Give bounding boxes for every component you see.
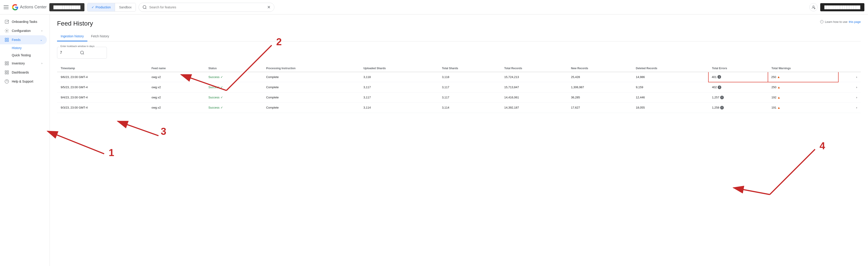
col-header-total-records: Total Records <box>501 64 567 72</box>
lookback-label: Enter lookback window in days <box>60 45 95 47</box>
sidebar-subitem-quick-testing[interactable]: Quick Testing <box>12 52 47 59</box>
main-layout: Onboarding Tasks Configuration › Feeds ⌄ <box>0 14 868 266</box>
account-selector-button[interactable]: ████████████ <box>49 3 85 11</box>
learn-link-container: Learn how to use this page <box>820 20 861 24</box>
cell-total-records: 15,724,213 <box>501 72 567 82</box>
cell-timestamp: 9/5/23, 23:00 GMT-4 <box>57 82 148 93</box>
search-bar: ✕ <box>138 3 274 12</box>
svg-rect-9 <box>7 40 9 42</box>
cell-total-records: 14,416,061 <box>501 92 567 102</box>
col-header-processing: Processing Instruction <box>262 64 360 72</box>
error-count: 401 i <box>712 75 721 79</box>
learn-link[interactable]: this page <box>849 20 861 24</box>
cell-status: Success ✓ <box>205 92 262 102</box>
cell-total-errors: 1,257 i <box>708 92 768 102</box>
sidebar-subitem-history[interactable]: History <box>12 44 47 52</box>
sidebar-item-help[interactable]: Help & Support <box>0 77 47 86</box>
help-icon <box>4 79 9 84</box>
svg-point-18 <box>5 79 9 84</box>
status-check-icon: ✓ <box>220 106 223 109</box>
sidebar-item-configuration[interactable]: Configuration › <box>0 26 47 35</box>
search-input[interactable] <box>149 5 265 9</box>
cell-total-shards: 3,118 <box>438 72 501 82</box>
cell-processing: Complete <box>262 82 360 93</box>
feed-history-table: Timestamp Feed name Status Processing In… <box>57 64 861 113</box>
table-row: 9/3/23, 23:00 GMT-4 owg.v2 Success ✓ Com… <box>57 102 861 113</box>
sidebar-item-onboarding[interactable]: Onboarding Tasks <box>0 17 47 26</box>
cell-row-arrow[interactable]: › <box>838 82 861 93</box>
sidebar-item-dashboards[interactable]: Dashboards <box>0 68 47 77</box>
svg-rect-6 <box>5 38 6 40</box>
cell-total-errors: 1,258 i <box>708 102 768 113</box>
table-row: 9/5/23, 23:00 GMT-4 owg.v2 Success ✓ Com… <box>57 82 861 93</box>
sidebar-item-inventory[interactable]: Inventory › <box>0 59 47 68</box>
error-info-icon[interactable]: i <box>718 86 721 89</box>
cell-feed-name: owg.v2 <box>148 102 205 113</box>
sidebar-item-feeds[interactable]: Feeds ⌄ <box>0 35 47 44</box>
cell-row-arrow[interactable]: › <box>838 102 861 113</box>
svg-rect-7 <box>7 38 9 40</box>
app-header: Actions Center ████████████ ✓ Production… <box>0 0 868 14</box>
feeds-expand-icon <box>4 38 9 42</box>
environment-tabs: ✓ Production Sandbox <box>87 3 136 11</box>
warning-triangle-icon[interactable]: ▲ <box>777 75 780 79</box>
page-title: Feed History <box>57 20 93 27</box>
cell-total-shards: 3,117 <box>438 92 501 102</box>
error-count: 402 i <box>712 86 721 89</box>
user-profile-button[interactable]: ████████████████ <box>820 3 864 11</box>
cell-total-records: 15,713,847 <box>501 82 567 93</box>
sidebar: Onboarding Tasks Configuration › Feeds ⌄ <box>0 14 50 266</box>
lookback-box: Enter lookback window in days <box>57 47 107 59</box>
menu-icon[interactable] <box>4 4 9 10</box>
svg-point-2 <box>813 6 814 7</box>
error-info-icon[interactable]: i <box>720 96 724 99</box>
clear-search-icon[interactable]: ✕ <box>267 5 271 10</box>
cell-total-warnings: 192 ▲ <box>768 92 838 102</box>
history-label: History <box>12 46 22 50</box>
col-header-status: Status <box>205 64 262 72</box>
cell-total-errors: 401 i <box>708 72 768 82</box>
svg-rect-14 <box>5 71 6 72</box>
warning-count: 192 ▲ <box>772 96 781 99</box>
cell-row-arrow[interactable]: › <box>838 72 861 82</box>
quick-testing-label: Quick Testing <box>12 54 31 57</box>
col-header-deleted-records: Deleted Records <box>632 64 708 72</box>
svg-rect-11 <box>7 62 9 63</box>
cell-row-arrow[interactable]: › <box>838 92 861 102</box>
onboarding-label: Onboarding Tasks <box>12 20 37 24</box>
error-info-icon[interactable]: i <box>720 106 724 109</box>
svg-point-0 <box>143 5 146 8</box>
cell-total-warnings: 250 ▲ <box>768 72 838 82</box>
dashboards-label: Dashboards <box>12 71 29 74</box>
col-header-new-records: New Records <box>567 64 632 72</box>
cell-status: Success ✓ <box>205 72 262 82</box>
warning-triangle-icon[interactable]: ▲ <box>777 86 780 89</box>
svg-point-23 <box>81 51 84 54</box>
tab-fetch-history[interactable]: Fetch history <box>87 32 113 41</box>
warning-triangle-icon[interactable]: ▲ <box>777 96 780 99</box>
tab-ingestion-history[interactable]: Ingestion history <box>57 32 87 41</box>
production-tab[interactable]: ✓ Production <box>87 3 115 11</box>
cell-total-errors: 402 i <box>708 82 768 93</box>
app-title: Actions Center <box>20 5 46 9</box>
main-content: Feed History Learn how to use this page … <box>50 14 868 266</box>
content-tabs: Ingestion history Fetch history <box>57 32 861 41</box>
cell-processing: Complete <box>262 72 360 82</box>
cell-deleted-records: 12,446 <box>632 92 708 102</box>
cell-deleted-records: 9,159 <box>632 82 708 93</box>
lookback-search-icon[interactable] <box>80 51 85 55</box>
sandbox-tab[interactable]: Sandbox <box>115 3 135 11</box>
lookback-input[interactable] <box>60 51 78 55</box>
warning-triangle-icon[interactable]: ▲ <box>777 106 780 109</box>
gear-icon <box>4 29 9 33</box>
inventory-icon <box>4 61 9 66</box>
cell-new-records: 17,627 <box>567 102 632 113</box>
dashboards-icon <box>4 70 9 75</box>
cell-new-records: 36,285 <box>567 92 632 102</box>
cell-processing: Complete <box>262 92 360 102</box>
task-icon <box>4 20 9 24</box>
cell-total-warnings: 250 ▲ <box>768 82 838 93</box>
error-info-icon[interactable]: i <box>717 75 721 79</box>
cell-uploaded-shards: 3,117 <box>360 92 438 102</box>
user-account-icon[interactable] <box>809 3 817 11</box>
